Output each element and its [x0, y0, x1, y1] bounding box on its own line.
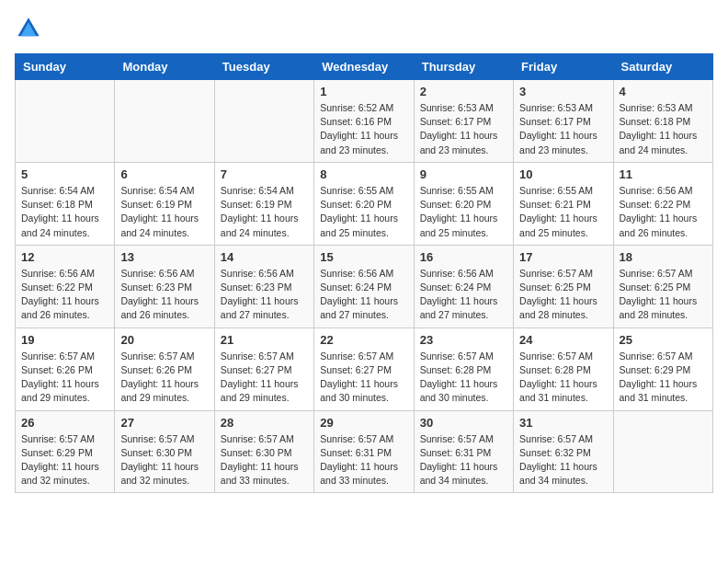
- day-info: Sunrise: 6:57 AMSunset: 6:28 PMDaylight:…: [420, 350, 507, 406]
- calendar-cell: 19Sunrise: 6:57 AMSunset: 6:26 PMDayligh…: [16, 327, 115, 410]
- day-info: Sunrise: 6:53 AMSunset: 6:17 PMDaylight:…: [420, 101, 507, 157]
- day-info: Sunrise: 6:57 AMSunset: 6:30 PMDaylight:…: [120, 432, 208, 488]
- day-number: 9: [420, 167, 507, 181]
- day-info: Sunrise: 6:57 AMSunset: 6:31 PMDaylight:…: [320, 432, 407, 488]
- day-number: 17: [519, 250, 607, 264]
- calendar-week-row: 26Sunrise: 6:57 AMSunset: 6:29 PMDayligh…: [16, 410, 713, 493]
- day-number: 31: [519, 416, 607, 430]
- calendar: SundayMondayTuesdayWednesdayThursdayFrid…: [15, 53, 713, 493]
- weekday-header: Sunday: [16, 54, 115, 80]
- calendar-cell: 5Sunrise: 6:54 AMSunset: 6:18 PMDaylight…: [16, 162, 115, 245]
- day-number: 23: [420, 333, 507, 347]
- day-info: Sunrise: 6:56 AMSunset: 6:22 PMDaylight:…: [620, 184, 707, 240]
- day-info: Sunrise: 6:56 AMSunset: 6:23 PMDaylight:…: [221, 267, 308, 323]
- calendar-week-row: 5Sunrise: 6:54 AMSunset: 6:18 PMDaylight…: [16, 162, 713, 245]
- page-header: [15, 15, 713, 42]
- weekday-header: Tuesday: [214, 54, 313, 80]
- day-info: Sunrise: 6:55 AMSunset: 6:20 PMDaylight:…: [420, 184, 507, 240]
- day-number: 12: [21, 250, 108, 264]
- day-info: Sunrise: 6:57 AMSunset: 6:26 PMDaylight:…: [21, 350, 108, 406]
- day-number: 18: [620, 250, 707, 264]
- calendar-cell: 25Sunrise: 6:57 AMSunset: 6:29 PMDayligh…: [613, 327, 712, 410]
- day-info: Sunrise: 6:57 AMSunset: 6:26 PMDaylight:…: [120, 350, 208, 406]
- calendar-cell: 14Sunrise: 6:56 AMSunset: 6:23 PMDayligh…: [214, 245, 313, 327]
- calendar-cell: 16Sunrise: 6:56 AMSunset: 6:24 PMDayligh…: [414, 245, 513, 327]
- calendar-cell: 31Sunrise: 6:57 AMSunset: 6:32 PMDayligh…: [514, 410, 613, 493]
- calendar-cell: [214, 80, 313, 163]
- day-number: 6: [120, 167, 208, 181]
- calendar-cell: 20Sunrise: 6:57 AMSunset: 6:26 PMDayligh…: [115, 327, 214, 410]
- day-info: Sunrise: 6:53 AMSunset: 6:17 PMDaylight:…: [519, 101, 607, 157]
- day-info: Sunrise: 6:57 AMSunset: 6:27 PMDaylight:…: [320, 350, 407, 406]
- day-info: Sunrise: 6:52 AMSunset: 6:16 PMDaylight:…: [320, 101, 407, 157]
- day-number: 16: [420, 250, 507, 264]
- day-number: 1: [320, 85, 407, 98]
- calendar-cell: 10Sunrise: 6:55 AMSunset: 6:21 PMDayligh…: [514, 162, 613, 245]
- day-info: Sunrise: 6:57 AMSunset: 6:31 PMDaylight:…: [420, 432, 507, 488]
- weekday-header: Saturday: [613, 54, 712, 80]
- calendar-cell: 18Sunrise: 6:57 AMSunset: 6:25 PMDayligh…: [613, 245, 712, 327]
- day-info: Sunrise: 6:57 AMSunset: 6:30 PMDaylight:…: [221, 432, 308, 488]
- calendar-cell: 2Sunrise: 6:53 AMSunset: 6:17 PMDaylight…: [414, 80, 513, 163]
- day-number: 11: [620, 167, 707, 181]
- weekday-header-row: SundayMondayTuesdayWednesdayThursdayFrid…: [16, 54, 713, 80]
- weekday-header: Friday: [514, 54, 613, 80]
- day-number: 19: [21, 333, 108, 347]
- day-number: 3: [519, 85, 607, 98]
- day-info: Sunrise: 6:57 AMSunset: 6:25 PMDaylight:…: [519, 267, 607, 323]
- calendar-week-row: 12Sunrise: 6:56 AMSunset: 6:22 PMDayligh…: [16, 245, 713, 327]
- day-info: Sunrise: 6:56 AMSunset: 6:24 PMDaylight:…: [320, 267, 407, 323]
- calendar-cell: 30Sunrise: 6:57 AMSunset: 6:31 PMDayligh…: [414, 410, 513, 493]
- logo: [15, 15, 46, 42]
- calendar-week-row: 19Sunrise: 6:57 AMSunset: 6:26 PMDayligh…: [16, 327, 713, 410]
- day-number: 8: [320, 167, 407, 181]
- day-number: 24: [519, 333, 607, 347]
- day-info: Sunrise: 6:57 AMSunset: 6:25 PMDaylight:…: [620, 267, 707, 323]
- day-number: 22: [320, 333, 407, 347]
- calendar-cell: 13Sunrise: 6:56 AMSunset: 6:23 PMDayligh…: [115, 245, 214, 327]
- calendar-cell: 26Sunrise: 6:57 AMSunset: 6:29 PMDayligh…: [16, 410, 115, 493]
- calendar-cell: 17Sunrise: 6:57 AMSunset: 6:25 PMDayligh…: [514, 245, 613, 327]
- day-info: Sunrise: 6:54 AMSunset: 6:19 PMDaylight:…: [120, 184, 208, 240]
- calendar-cell: 3Sunrise: 6:53 AMSunset: 6:17 PMDaylight…: [514, 80, 613, 163]
- day-info: Sunrise: 6:54 AMSunset: 6:18 PMDaylight:…: [21, 184, 108, 240]
- day-number: 5: [21, 167, 108, 181]
- calendar-cell: 11Sunrise: 6:56 AMSunset: 6:22 PMDayligh…: [613, 162, 712, 245]
- day-info: Sunrise: 6:54 AMSunset: 6:19 PMDaylight:…: [221, 184, 308, 240]
- weekday-header: Thursday: [414, 54, 513, 80]
- calendar-week-row: 1Sunrise: 6:52 AMSunset: 6:16 PMDaylight…: [16, 80, 713, 163]
- calendar-cell: 12Sunrise: 6:56 AMSunset: 6:22 PMDayligh…: [16, 245, 115, 327]
- weekday-header: Monday: [115, 54, 214, 80]
- day-number: 4: [620, 85, 707, 98]
- day-info: Sunrise: 6:57 AMSunset: 6:28 PMDaylight:…: [519, 350, 607, 406]
- day-info: Sunrise: 6:56 AMSunset: 6:24 PMDaylight:…: [420, 267, 507, 323]
- day-number: 30: [420, 416, 507, 430]
- logo-icon: [15, 15, 42, 42]
- calendar-cell: [16, 80, 115, 163]
- calendar-cell: 1Sunrise: 6:52 AMSunset: 6:16 PMDaylight…: [314, 80, 414, 163]
- day-number: 20: [120, 333, 208, 347]
- day-number: 10: [519, 167, 607, 181]
- day-number: 28: [221, 416, 308, 430]
- calendar-cell: 6Sunrise: 6:54 AMSunset: 6:19 PMDaylight…: [115, 162, 214, 245]
- calendar-cell: 29Sunrise: 6:57 AMSunset: 6:31 PMDayligh…: [314, 410, 414, 493]
- day-info: Sunrise: 6:56 AMSunset: 6:23 PMDaylight:…: [120, 267, 208, 323]
- calendar-cell: 27Sunrise: 6:57 AMSunset: 6:30 PMDayligh…: [115, 410, 214, 493]
- calendar-cell: 15Sunrise: 6:56 AMSunset: 6:24 PMDayligh…: [314, 245, 414, 327]
- day-number: 21: [221, 333, 308, 347]
- calendar-cell: 9Sunrise: 6:55 AMSunset: 6:20 PMDaylight…: [414, 162, 513, 245]
- day-number: 7: [221, 167, 308, 181]
- day-number: 26: [21, 416, 108, 430]
- day-info: Sunrise: 6:57 AMSunset: 6:29 PMDaylight:…: [620, 350, 707, 406]
- day-info: Sunrise: 6:56 AMSunset: 6:22 PMDaylight:…: [21, 267, 108, 323]
- day-number: 2: [420, 85, 507, 98]
- day-info: Sunrise: 6:55 AMSunset: 6:20 PMDaylight:…: [320, 184, 407, 240]
- calendar-cell: 7Sunrise: 6:54 AMSunset: 6:19 PMDaylight…: [214, 162, 313, 245]
- calendar-cell: 8Sunrise: 6:55 AMSunset: 6:20 PMDaylight…: [314, 162, 414, 245]
- calendar-cell: 22Sunrise: 6:57 AMSunset: 6:27 PMDayligh…: [314, 327, 414, 410]
- day-info: Sunrise: 6:57 AMSunset: 6:29 PMDaylight:…: [21, 432, 108, 488]
- day-info: Sunrise: 6:55 AMSunset: 6:21 PMDaylight:…: [519, 184, 607, 240]
- day-number: 15: [320, 250, 407, 264]
- day-info: Sunrise: 6:57 AMSunset: 6:27 PMDaylight:…: [221, 350, 308, 406]
- calendar-cell: [613, 410, 712, 493]
